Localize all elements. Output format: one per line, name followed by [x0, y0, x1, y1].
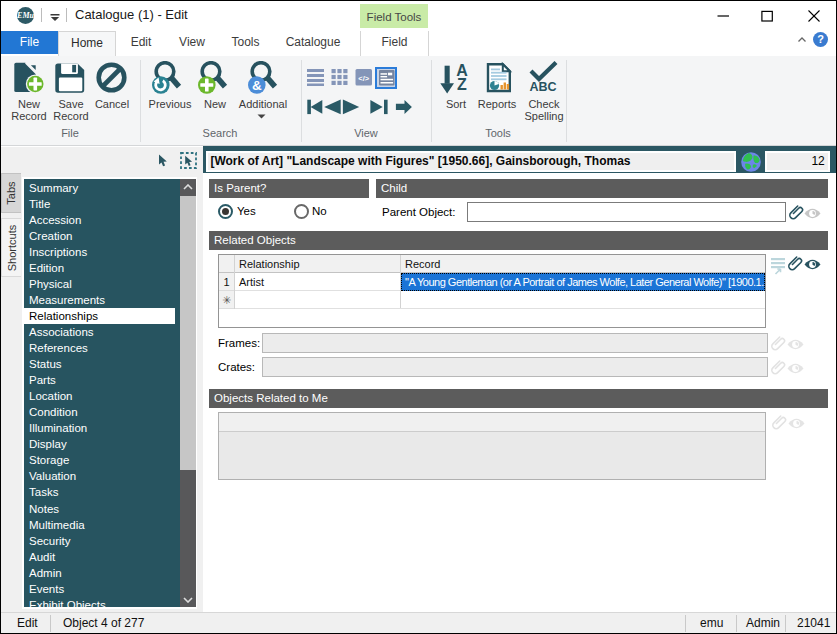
svg-text:</>: </> [358, 74, 369, 83]
svg-text:ABC: ABC [529, 80, 556, 94]
svg-text:&: & [252, 78, 262, 93]
svg-text:Z: Z [457, 76, 467, 93]
